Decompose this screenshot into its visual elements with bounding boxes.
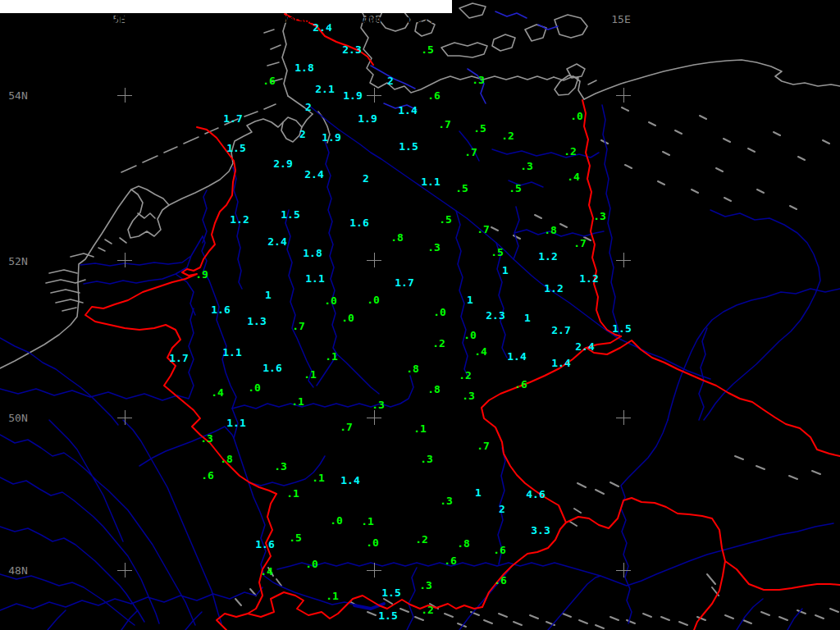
station-value: 1.3 <box>247 315 266 327</box>
station-value: 2 <box>387 75 394 87</box>
graticule-cross <box>616 410 631 425</box>
station-value: .9 <box>195 268 208 281</box>
station-value: 1.7 <box>169 352 188 364</box>
station-value: 1.9 <box>343 89 362 102</box>
station-value: .8 <box>390 231 404 244</box>
lon-label: 15E <box>611 13 630 25</box>
ijsselmeer-outline <box>128 186 169 238</box>
station-value: 1 <box>502 264 509 276</box>
title-text: SAM 12.02.05 09:00 UTC Bodenwettermeldun… <box>13 14 449 25</box>
lat-label: 48N <box>8 564 27 577</box>
station-value: .3 <box>440 495 453 507</box>
station-value: .2 <box>501 130 514 142</box>
station-value: .7 <box>477 440 490 452</box>
station-value: 1 <box>524 312 531 324</box>
station-value: 1.4 <box>340 474 359 486</box>
graticule-cross <box>117 563 132 578</box>
graticule-cross <box>616 563 631 578</box>
graticule-cross <box>117 410 132 425</box>
station-value: .3 <box>427 241 441 253</box>
zeeland-islands <box>46 253 94 311</box>
station-value: 2.4 <box>267 235 286 248</box>
station-value: 2.9 <box>273 158 292 170</box>
station-value: .3 <box>472 74 485 86</box>
lat-label: 52N <box>8 255 27 267</box>
station-value: 2.3 <box>486 309 504 322</box>
station-value: .1 <box>325 350 338 363</box>
station-value: .5 <box>491 246 504 258</box>
graticule-cross <box>367 410 381 425</box>
station-value: .8 <box>220 453 233 465</box>
station-value: 1.4 <box>551 357 570 369</box>
station-value: .0 <box>570 110 583 122</box>
station-value: .7 <box>573 237 587 249</box>
station-value: .0 <box>248 381 261 394</box>
station-value: 2.4 <box>575 340 594 353</box>
station-value: 1.5 <box>399 140 418 153</box>
station-value: .7 <box>464 146 477 158</box>
graticule-cross <box>616 253 631 267</box>
station-value: .2 <box>415 533 428 546</box>
station-value: 1.2 <box>230 213 249 226</box>
station-value: 1.1 <box>222 346 241 358</box>
frisian-islands <box>121 30 282 172</box>
station-value: 1 <box>265 289 272 301</box>
station-value: .3 <box>200 432 213 445</box>
station-value: 1.4 <box>507 350 526 363</box>
station-value: 4.6 <box>526 488 545 500</box>
station-value: 1.8 <box>303 247 322 259</box>
lat-label: 54N <box>8 89 27 102</box>
station-value: .7 <box>438 118 451 130</box>
vltava-river <box>621 328 710 420</box>
warthe-river <box>668 289 840 420</box>
station-value: .1 <box>312 472 325 484</box>
station-value: .7 <box>292 320 305 332</box>
station-value: .0 <box>367 294 380 306</box>
station-value: .5 <box>473 122 486 135</box>
station-value: .3 <box>372 399 385 411</box>
station-value: .0 <box>366 536 379 549</box>
mulde-river <box>496 243 507 358</box>
station-value: .6 <box>494 574 507 587</box>
station-value: .3 <box>462 390 475 402</box>
leine-river <box>285 210 313 387</box>
station-value: .6 <box>427 89 441 102</box>
station-value: .2 <box>564 145 577 158</box>
station-value: .1 <box>326 590 339 602</box>
station-value: .0 <box>463 329 477 341</box>
station-value: 2 <box>305 101 312 113</box>
station-value: .5 <box>421 43 434 56</box>
station-value: .2 <box>459 369 472 381</box>
graticule-cross <box>367 253 381 267</box>
station-value: 1.9 <box>322 131 340 144</box>
station-value: 1.1 <box>421 176 440 188</box>
station-value: .5 <box>509 182 522 194</box>
station-value: 1.7 <box>223 112 242 125</box>
station-value: .0 <box>341 312 354 324</box>
station-value: .3 <box>420 453 433 465</box>
graticule-cross <box>117 88 132 103</box>
canals-layer <box>371 11 558 110</box>
france-rhine-border <box>217 494 276 630</box>
station-value: 1.5 <box>281 208 299 221</box>
station-value: 2.1 <box>315 83 334 95</box>
station-value: 1.5 <box>226 142 245 154</box>
station-value: .5 <box>439 213 452 226</box>
station-value: .5 <box>289 532 302 544</box>
station-value: .7 <box>477 223 490 235</box>
station-value: 1.4 <box>398 104 417 116</box>
station-value: .1 <box>304 368 317 381</box>
station-value: .0 <box>433 306 446 318</box>
station-value: .1 <box>291 395 304 408</box>
station-value: .3 <box>274 460 287 472</box>
lat-label: 50N <box>8 412 27 424</box>
station-value: 1.5 <box>612 322 631 335</box>
danube-river <box>277 523 833 586</box>
station-value: 1.2 <box>538 250 557 262</box>
northsea-coast <box>0 189 131 368</box>
ems-river <box>233 167 242 289</box>
czech-poland-border <box>587 336 840 456</box>
station-value: .3 <box>593 210 606 222</box>
station-value: 2 <box>363 172 369 185</box>
station-value: .1 <box>413 422 427 435</box>
